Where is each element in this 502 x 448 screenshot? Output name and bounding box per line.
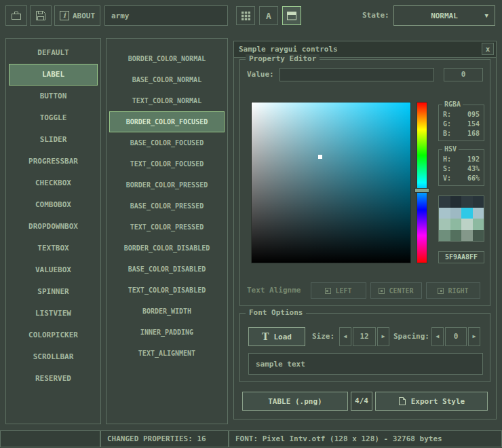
property-item[interactable]: TEXT_COLOR_PRESSED [109,217,225,238]
align-left-button[interactable]: LEFT [311,282,366,299]
palette-swatch[interactable] [461,219,473,230]
pages-valuebox[interactable]: 4/4 [351,392,372,411]
control-item[interactable]: SPINNER [9,281,98,303]
about-button[interactable]: i ABOUT [54,5,100,26]
new-style-button[interactable] [5,5,27,26]
spacing-increment-button[interactable]: ▶ [468,327,480,346]
palette-swatch[interactable] [450,230,462,242]
palette-swatch[interactable] [473,208,484,219]
property-item[interactable]: INNER_PADDING [109,322,225,343]
style-name-input[interactable] [104,5,228,26]
chevron-right-icon: ▶ [473,333,476,339]
spacing-decrement-button[interactable]: ◀ [431,327,444,346]
palette-swatch[interactable] [473,230,484,242]
align-right-button[interactable]: RIGHT [426,282,480,299]
palette-swatch[interactable] [439,208,450,219]
property-item[interactable]: TEXT_COLOR_DISABLED [109,280,225,301]
spacing-valuebox[interactable]: 0 [445,327,467,346]
window-title: Sample raygui controls [239,45,338,54]
sample-text-input[interactable] [248,353,483,375]
property-item[interactable]: TEXT_COLOR_FOCUSED [109,153,225,174]
control-item[interactable]: TEXTBOX [9,238,98,259]
property-item[interactable]: BORDER_COLOR_PRESSED [109,174,225,195]
palette-swatch[interactable] [439,230,450,242]
control-item-selected[interactable]: LABEL [9,64,98,86]
property-item[interactable]: BASE_COLOR_FOCUSED [109,132,225,153]
property-item[interactable]: BASE_COLOR_PRESSED [109,195,225,217]
chevron-down-icon: ▼ [485,12,488,19]
chevron-right-icon: ▶ [382,333,385,339]
font-options-group: Font Options T Load Size: ◀ 12 ▶ Spacing… [239,313,490,382]
palette-swatch[interactable] [461,196,473,208]
property-item[interactable]: TEXT_ALIGNMENT [109,343,225,364]
align-right-icon [438,288,444,294]
align-center-icon [379,288,385,294]
rgba-group: RGBA R:095 G:154 B:168 [438,105,484,141]
export-format-button[interactable]: TABLE (.png) [242,392,348,411]
about-button-label: ABOUT [73,12,95,20]
control-item[interactable]: COMBOBOX [9,194,98,216]
rgba-label: RGBA [442,100,463,108]
palette-swatch[interactable] [439,219,450,230]
sample-controls-window: Sample raygui controls x Property Editor… [233,41,497,419]
text-t-icon: T [262,331,269,342]
hue-slider-handle[interactable] [414,188,429,193]
control-item[interactable]: TOGGLE [9,107,98,129]
hsv-h-row: H:192 [439,155,484,164]
font-a-icon: A [266,11,271,21]
save-icon [35,10,47,22]
control-item[interactable]: PROGRESSBAR [9,151,98,172]
size-decrement-button[interactable]: ◀ [339,327,351,346]
controls-list-panel: DEFAULT LABEL BUTTON TOGGLE SLIDER PROGR… [5,38,101,424]
property-item[interactable]: BORDER_WIDTH [109,301,225,322]
property-item-selected[interactable]: BORDER_COLOR_FOCUSED [109,111,225,132]
control-item[interactable]: RESERVED [9,368,98,390]
property-item[interactable]: BORDER_COLOR_NORMAL [109,48,225,69]
value-input[interactable] [279,68,434,81]
export-style-button[interactable]: Export Style [375,392,488,411]
palette-swatch[interactable] [450,219,462,230]
control-item[interactable]: CHECKBOX [9,172,98,194]
palette-swatch[interactable] [450,196,462,208]
apply-style-to-ui-button[interactable] [282,6,301,25]
palette-swatch[interactable] [450,208,462,219]
align-center-button[interactable]: CENTER [370,282,422,299]
palette-swatch[interactable] [461,230,473,242]
property-item[interactable]: BASE_COLOR_DISABLED [109,259,225,280]
style-table-view-button[interactable] [236,6,255,25]
state-label: State: [362,11,389,20]
hue-slider[interactable] [417,102,427,263]
palette-swatch[interactable] [439,196,450,208]
value-box[interactable]: 0 [444,68,483,81]
state-dropdown[interactable]: NORMAL ▼ [393,5,495,26]
control-item[interactable]: DEFAULT [9,42,98,64]
close-button[interactable]: x [482,43,494,55]
font-atlas-button[interactable]: A [259,6,278,25]
control-item[interactable]: SCROLLBAR [9,346,98,368]
property-item[interactable]: BASE_COLOR_NORMAL [109,69,225,90]
size-label: Size: [312,332,334,341]
align-left-icon [325,288,331,294]
property-editor-group: Property Editor Value: 0 RGBA R:095 G:15… [239,59,490,306]
property-item[interactable]: BORDER_COLOR_DISABLED [109,238,225,259]
size-valuebox[interactable]: 12 [353,327,376,346]
color-saturation-value-picker[interactable] [251,102,411,263]
control-item[interactable]: BUTTON [9,86,98,107]
palette-swatch[interactable] [461,208,473,219]
control-item[interactable]: COLORPICKER [9,324,98,346]
control-item[interactable]: VALUEBOX [9,259,98,281]
font-options-label: Font Options [246,308,306,317]
close-icon: x [486,45,490,54]
palette-swatch[interactable] [473,196,484,208]
hex-color-textbox[interactable]: 5F9AA8FF [438,251,484,263]
control-item[interactable]: LISTVIEW [9,303,98,324]
property-item[interactable]: TEXT_COLOR_NORMAL [109,90,225,111]
state-dropdown-value: NORMAL [431,12,458,20]
control-item[interactable]: SLIDER [9,129,98,151]
control-item[interactable]: DROPDOWNBOX [9,216,98,238]
hsv-label: HSV [442,145,459,153]
palette-swatch[interactable] [473,219,484,230]
save-style-button[interactable] [30,5,52,26]
load-font-button[interactable]: T Load [248,327,305,346]
size-increment-button[interactable]: ▶ [377,327,389,346]
